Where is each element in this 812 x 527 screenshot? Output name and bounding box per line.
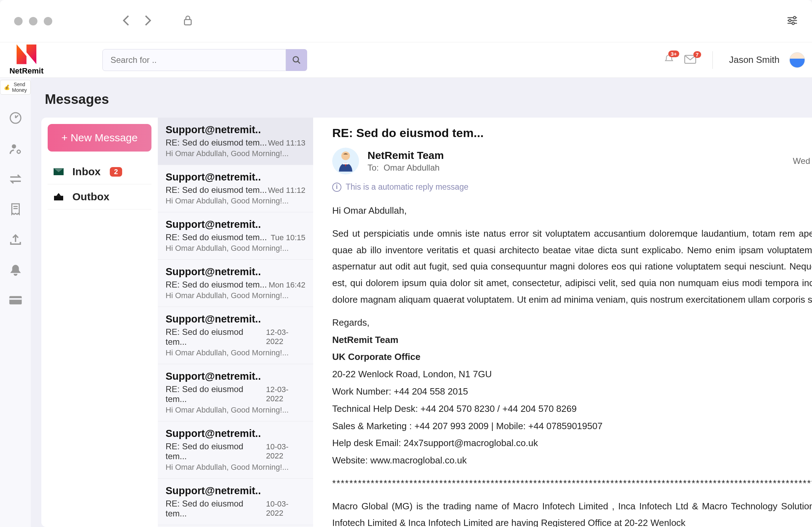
auto-reply-notice: i This is a automatic reply message: [332, 182, 812, 192]
message-list[interactable]: Support@netremit..RE: Sed do eiusmod tem…: [158, 118, 313, 527]
user-settings-icon[interactable]: [9, 143, 22, 157]
svg-point-6: [792, 22, 794, 24]
window-dot[interactable]: [29, 17, 37, 25]
bell-icon[interactable]: [10, 264, 21, 278]
message-item[interactable]: Support@netremit..RE: Sed do eiusmod tem…: [158, 118, 313, 165]
info-icon: i: [332, 183, 341, 192]
msg-subject: RE: Sed do eiusmod tem...: [166, 499, 266, 519]
svg-rect-16: [9, 298, 22, 300]
svg-rect-15: [9, 296, 22, 304]
message-item[interactable]: Support@netremit..RE: Sed do eiusmod tem…: [158, 212, 313, 260]
inbox-count: 2: [110, 167, 122, 177]
window-dot[interactable]: [44, 17, 52, 25]
msg-subject: RE: Sed do eiusmod tem...: [166, 327, 266, 347]
message-item[interactable]: Support@netremit..RE: Sed do eiusmod tem…: [158, 479, 313, 525]
folder-outbox[interactable]: Outbox: [48, 184, 151, 209]
logo-text: NetRemit: [10, 66, 44, 76]
send-money-button[interactable]: 💰 Send Money: [0, 80, 31, 95]
message-item[interactable]: Support@netremit..RE: Sed do eiusmod tem…: [158, 260, 313, 307]
mail-count: 7: [693, 51, 701, 58]
svg-rect-17: [54, 196, 63, 200]
window-dot[interactable]: [14, 17, 23, 25]
mail-icon[interactable]: 7: [684, 55, 696, 65]
body-greeting: Hi Omar Abdullah,: [332, 202, 812, 219]
body-regards: Regards,: [332, 314, 812, 331]
svg-point-12: [17, 150, 20, 153]
outbox-icon: [53, 192, 65, 201]
messages-panel: + New Message Inbox 2 Outbox Support@net…: [41, 118, 812, 527]
msg-from: Support@netremit..: [166, 313, 305, 325]
msg-subject: RE: Sed do eiusmod tem...: [166, 442, 266, 461]
notifications-bell-icon[interactable]: 3+: [664, 54, 674, 66]
msg-time: 12-03-2022: [266, 328, 305, 346]
svg-point-11: [12, 144, 16, 149]
msg-subject: RE: Sed do eiusmod tem...: [166, 232, 267, 242]
sales-contact: Sales & Marketing : +44 207 993 2009 | M…: [332, 418, 812, 434]
logo-icon: [17, 45, 36, 64]
card-icon[interactable]: [9, 295, 22, 307]
inbox-label: Inbox: [72, 166, 101, 178]
msg-preview: Hi Omar Abdullah, Good Morning!...: [166, 463, 305, 472]
avatar[interactable]: [789, 52, 805, 68]
receipt-icon[interactable]: [10, 203, 21, 217]
app-header: NetRemit 3+ 7 Jason Smith: [0, 42, 812, 78]
svg-rect-0: [184, 19, 191, 25]
search-icon: [292, 55, 301, 65]
folder-pane: + New Message Inbox 2 Outbox: [41, 118, 158, 527]
lock-icon: [183, 15, 193, 27]
search-input[interactable]: [102, 49, 286, 71]
msg-preview: Hi Omar Abdullah, Good Morning!...: [166, 244, 305, 253]
msg-preview: Hi Omar Abdullah, Good Morning!...: [166, 291, 305, 300]
search-button[interactable]: [286, 49, 307, 71]
sender-name: NetRemit Team: [368, 149, 784, 161]
msg-preview: Hi Omar Abdullah, Good Morning!...: [166, 196, 305, 206]
new-message-button[interactable]: + New Message: [48, 124, 151, 152]
dashboard-icon[interactable]: [9, 112, 22, 126]
office-address: 20-22 Wenlock Road, London, N1 7GU: [332, 366, 812, 383]
footer-disclaimer: Macro Global (MG) is the trading name of…: [332, 498, 812, 527]
sidebar: 💰 Send Money: [0, 78, 31, 527]
msg-from: Support@netremit..: [166, 428, 305, 439]
msg-from: Support@netremit..: [166, 485, 305, 497]
msg-subject: RE: Sed do eiusmod tem...: [166, 138, 267, 148]
msg-time: Wed 11:12: [268, 186, 305, 195]
message-date: Wed 23-03-2022: [793, 156, 812, 166]
nav-back-icon[interactable]: [123, 15, 130, 27]
msg-from: Support@netremit..: [166, 124, 305, 136]
message-item[interactable]: Support@netremit..RE: Sed do eiusmod tem…: [158, 421, 313, 479]
message-item[interactable]: Support@netremit..RE: Sed do eiusmod tem…: [158, 364, 313, 421]
auto-reply-text: This is a automatic reply message: [346, 182, 468, 192]
msg-time: Mon 16:42: [269, 280, 305, 290]
msg-from: Support@netremit..: [166, 371, 305, 382]
sender-avatar-icon: [332, 148, 359, 174]
folder-inbox[interactable]: Inbox 2: [48, 159, 151, 184]
transfer-icon[interactable]: [9, 174, 22, 186]
svg-line-8: [298, 61, 300, 64]
svg-rect-19: [343, 163, 348, 164]
upload-icon[interactable]: [9, 234, 22, 247]
body-text: Sed ut perspiciatis unde omnis iste natu…: [332, 225, 812, 308]
nav-forward-icon[interactable]: [144, 15, 151, 27]
titlebar: [0, 0, 812, 42]
divider-stars: ****************************************…: [332, 475, 812, 492]
help-email: Help desk Email: 24x7support@macroglobal…: [332, 435, 812, 451]
send-money-label: Send Money: [12, 82, 27, 93]
message-item[interactable]: Support@netremit..RE: Sed do eiusmod tem…: [158, 165, 313, 212]
settings-sliders-icon[interactable]: [787, 16, 798, 26]
msg-time: Wed 11:13: [268, 138, 305, 148]
svg-point-4: [789, 19, 791, 22]
window-controls: [14, 17, 52, 25]
message-body: Hi Omar Abdullah, Sed ut perspiciatis un…: [332, 202, 812, 527]
user-name[interactable]: Jason Smith: [729, 54, 780, 65]
msg-from: Support@netremit..: [166, 171, 305, 183]
office-title: UK Corporate Office: [332, 349, 812, 365]
msg-subject: RE: Sed do eiusmod tem...: [166, 185, 267, 195]
page-title: Messages: [45, 92, 812, 107]
notifications-count: 3+: [668, 51, 679, 57]
logo[interactable]: NetRemit: [0, 45, 53, 76]
svg-point-2: [793, 16, 796, 19]
divider: [712, 51, 713, 69]
message-item[interactable]: Support@netremit..RE: Sed do eiusmod tem…: [158, 307, 313, 364]
svg-point-18: [341, 152, 350, 160]
recipient-name: Omar Abdullah: [383, 163, 440, 172]
